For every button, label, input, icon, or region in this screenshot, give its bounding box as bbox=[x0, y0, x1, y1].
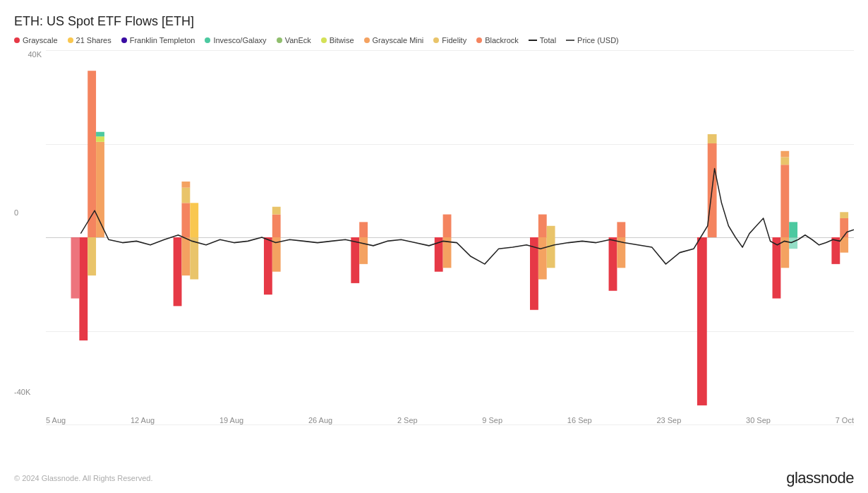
legend-item-bitwise: Bitwise bbox=[321, 36, 354, 44]
legend-label: Bitwise bbox=[330, 36, 354, 44]
svg-rect-19 bbox=[351, 237, 359, 283]
legend-item-franklin-templeton: Franklin Templeton bbox=[121, 36, 195, 44]
svg-rect-16 bbox=[264, 237, 272, 295]
svg-rect-2 bbox=[96, 136, 104, 142]
x-label-7oct: 7 Oct bbox=[836, 416, 854, 424]
svg-rect-25 bbox=[538, 215, 547, 237]
legend-item-grayscale-mini: Grayscale Mini bbox=[364, 36, 424, 44]
chart-container: ETH: US Spot ETF Flows [ETH] Grayscale21… bbox=[0, 0, 868, 493]
legend-label: Total bbox=[540, 36, 556, 44]
svg-rect-15 bbox=[272, 207, 281, 215]
svg-rect-13 bbox=[190, 237, 198, 279]
legend-label: Fidelity bbox=[442, 36, 466, 44]
legend-label: 21 Shares bbox=[76, 36, 111, 44]
svg-rect-30 bbox=[609, 237, 617, 291]
svg-rect-11 bbox=[181, 237, 190, 275]
chart-inner bbox=[46, 50, 854, 424]
svg-rect-7 bbox=[181, 203, 190, 237]
svg-rect-35 bbox=[780, 165, 789, 237]
y-label-neg40k: -40K bbox=[14, 388, 35, 396]
svg-rect-43 bbox=[840, 212, 848, 218]
x-axis: 5 Aug 12 Aug 19 Aug 26 Aug 2 Sep 9 Sep 1… bbox=[46, 416, 854, 424]
svg-rect-21 bbox=[443, 215, 452, 237]
svg-rect-40 bbox=[789, 222, 797, 237]
legend-item-blackrock: Blackrock bbox=[476, 36, 519, 44]
legend-item-price--usd-: Price (USD) bbox=[566, 36, 619, 44]
legend-label: Invesco/Galaxy bbox=[213, 36, 266, 44]
legend-item-invesco-galaxy: Invesco/Galaxy bbox=[205, 36, 266, 44]
legend-label: Blackrock bbox=[485, 36, 519, 44]
svg-rect-10 bbox=[174, 237, 182, 306]
grid-line-bottom bbox=[46, 424, 854, 425]
x-label-12aug: 12 Aug bbox=[131, 416, 155, 424]
svg-rect-42 bbox=[840, 218, 848, 237]
y-label-0: 0 bbox=[14, 208, 23, 217]
svg-rect-0 bbox=[88, 71, 96, 237]
legend-item-21-shares: 21 Shares bbox=[68, 36, 111, 44]
x-label-16sep: 16 Sep bbox=[567, 416, 592, 424]
svg-rect-28 bbox=[547, 237, 555, 268]
legend: Grayscale21 SharesFranklin TempletonInve… bbox=[14, 36, 854, 44]
legend-item-total: Total bbox=[529, 36, 556, 44]
x-label-9sep: 9 Sep bbox=[482, 416, 502, 424]
x-label-26aug: 26 Aug bbox=[308, 416, 332, 424]
x-label-23sep: 23 Sep bbox=[656, 416, 681, 424]
logo: glassnode bbox=[786, 469, 854, 487]
legend-label: Price (USD) bbox=[577, 36, 619, 44]
x-label-2sep: 2 Sep bbox=[397, 416, 418, 424]
legend-label: Franklin Templeton bbox=[130, 36, 195, 44]
y-label-40k: 40K bbox=[14, 50, 46, 59]
legend-label: Grayscale bbox=[23, 36, 58, 44]
bars-chart bbox=[46, 50, 854, 424]
svg-rect-27 bbox=[547, 226, 555, 237]
svg-rect-4 bbox=[79, 237, 88, 340]
svg-rect-37 bbox=[780, 151, 789, 158]
svg-rect-14 bbox=[272, 215, 281, 237]
footer: © 2024 Glassnode. All Rights Reserved. g… bbox=[14, 469, 854, 487]
x-label-30sep: 30 Sep bbox=[746, 416, 771, 424]
svg-rect-29 bbox=[617, 222, 625, 237]
svg-rect-5 bbox=[88, 237, 96, 275]
svg-rect-18 bbox=[359, 222, 368, 237]
svg-rect-12 bbox=[190, 203, 198, 237]
svg-rect-20 bbox=[359, 237, 368, 264]
svg-rect-8 bbox=[181, 188, 190, 203]
legend-label: VanEck bbox=[285, 36, 311, 44]
legend-item-fidelity: Fidelity bbox=[433, 36, 466, 44]
svg-rect-32 bbox=[697, 237, 707, 405]
svg-rect-36 bbox=[780, 157, 789, 165]
svg-rect-3 bbox=[96, 132, 104, 136]
x-label-5aug: 5 Aug bbox=[46, 416, 66, 424]
svg-rect-34 bbox=[708, 134, 717, 143]
x-label-19aug: 19 Aug bbox=[219, 416, 243, 424]
svg-rect-38 bbox=[773, 237, 781, 299]
copyright: © 2024 Glassnode. All Rights Reserved. bbox=[14, 474, 152, 482]
legend-item-vaneck: VanEck bbox=[277, 36, 311, 44]
svg-rect-6 bbox=[71, 237, 80, 299]
legend-item-grayscale: Grayscale bbox=[14, 36, 58, 44]
chart-title: ETH: US Spot ETF Flows [ETH] bbox=[14, 14, 854, 29]
svg-rect-9 bbox=[181, 182, 190, 188]
svg-rect-26 bbox=[538, 237, 547, 279]
legend-label: Grayscale Mini bbox=[373, 36, 424, 44]
